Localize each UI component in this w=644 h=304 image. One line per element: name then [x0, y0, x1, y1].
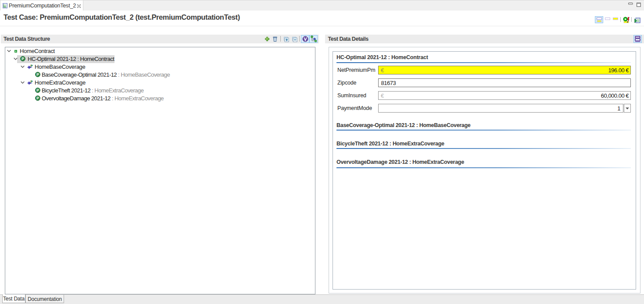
svg-text:P: P — [21, 57, 24, 61]
svg-text:P: P — [36, 96, 39, 100]
svg-text:P: P — [36, 72, 39, 77]
svg-text:P: P — [36, 88, 39, 92]
svg-text:P: P — [30, 80, 32, 84]
svg-text:P: P — [30, 64, 32, 68]
